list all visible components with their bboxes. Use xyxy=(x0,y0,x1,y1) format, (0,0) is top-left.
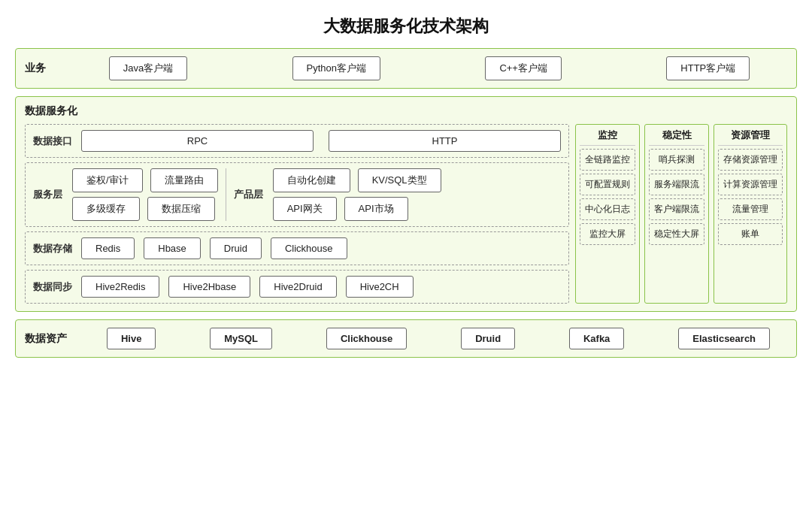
service-sub-row-2: 多级缓存 数据压缩 xyxy=(72,197,218,221)
auto-create-item: 自动化创建 xyxy=(273,168,350,192)
stability-item-3: 稳定性大屏 xyxy=(649,223,704,245)
hive2ch-item: Hive2CH xyxy=(346,276,414,298)
data-sync-label: 数据同步 xyxy=(33,280,72,294)
data-service-section: 数据服务化 数据接口 RPC HTTP 服务层 鉴权/审计 xyxy=(15,96,797,312)
resource-item-1: 计算资源管理 xyxy=(718,174,783,195)
ds-main: 数据接口 RPC HTTP 服务层 鉴权/审计 流量路由 xyxy=(25,124,787,304)
ds-left: 数据接口 RPC HTTP 服务层 鉴权/审计 流量路由 xyxy=(25,124,569,304)
data-interface-content: RPC HTTP xyxy=(81,130,561,152)
http-client: HTTP客户端 xyxy=(666,56,750,80)
hbase-item: Hbase xyxy=(144,237,201,259)
stability-item-0: 哨兵探测 xyxy=(649,149,704,171)
assets-boxes: Hive MySQL Clickhouse Druid Kafka Elasti… xyxy=(89,328,787,349)
clickhouse-item: Clickhouse xyxy=(271,237,347,259)
hive2hbase-item: Hive2Hbase xyxy=(168,276,250,298)
service-sub-row-1: 鉴权/审计 流量路由 xyxy=(72,168,218,192)
redis-item: Redis xyxy=(81,237,135,259)
service-layer-label: 服务层 xyxy=(33,188,65,201)
product-sub-row-1: 自动化创建 KV/SQL类型 xyxy=(273,168,441,192)
hive2redis-item: Hive2Redis xyxy=(81,276,159,298)
business-label: 业务 xyxy=(25,62,49,75)
hive-asset: Hive xyxy=(107,328,156,349)
druid-item: Druid xyxy=(210,237,262,259)
monitor-item-3: 监控大屏 xyxy=(580,223,635,245)
python-client: Python客户端 xyxy=(292,56,380,80)
monitor-title: 监控 xyxy=(580,129,635,146)
resource-item-3: 账单 xyxy=(718,223,783,245)
traffic-route-item: 流量路由 xyxy=(150,168,218,192)
rpc-http-row: RPC HTTP xyxy=(81,130,561,152)
ds-right: 监控 全链路监控 可配置规则 中心化日志 监控大屏 稳定性 哨兵探测 服务端限流… xyxy=(575,124,787,304)
kafka-asset: Kafka xyxy=(569,328,624,349)
monitor-item-1: 可配置规则 xyxy=(580,174,635,195)
data-assets-section: 数据资产 Hive MySQL Clickhouse Druid Kafka E… xyxy=(15,319,797,358)
java-client: Java客户端 xyxy=(109,56,187,80)
data-interface-row: 数据接口 RPC HTTP xyxy=(25,124,569,158)
product-sub-row-2: API网关 API市场 xyxy=(273,197,441,221)
client-boxes: Java客户端 Python客户端 C++客户端 HTTP客户端 xyxy=(71,56,787,80)
monitor-item-2: 中心化日志 xyxy=(580,198,635,220)
auth-item: 鉴权/审计 xyxy=(72,168,143,192)
api-market-item: API市场 xyxy=(344,197,408,221)
cpp-client: C++客户端 xyxy=(485,56,562,80)
stability-item-2: 客户端限流 xyxy=(649,198,704,220)
ds-title: 数据服务化 xyxy=(25,104,787,118)
druid-asset: Druid xyxy=(461,328,515,349)
kvsql-item: KV/SQL类型 xyxy=(358,168,441,192)
clickhouse-asset: Clickhouse xyxy=(326,328,407,349)
data-storage-label: 数据存储 xyxy=(33,242,72,256)
resource-title: 资源管理 xyxy=(718,129,783,146)
monitor-item-0: 全链路监控 xyxy=(580,149,635,171)
data-interface-label: 数据接口 xyxy=(33,135,72,148)
business-row: 业务 Java客户端 Python客户端 C++客户端 HTTP客户端 xyxy=(25,56,787,80)
data-storage-row: 数据存储 Redis Hbase Druid Clickhouse xyxy=(25,231,569,265)
data-sync-content: Hive2Redis Hive2Hbase Hive2Druid Hive2CH xyxy=(81,276,561,298)
data-compress-item: 数据压缩 xyxy=(147,197,215,221)
divider-vertical xyxy=(226,168,226,221)
stability-panel: 稳定性 哨兵探测 服务端限流 客户端限流 稳定性大屏 xyxy=(644,124,709,304)
page-title: 大数据服务化技术架构 xyxy=(15,8,797,48)
elasticsearch-asset: Elasticsearch xyxy=(678,328,770,349)
resource-item-2: 流量管理 xyxy=(718,198,783,220)
resource-item-0: 存储资源管理 xyxy=(718,149,783,171)
assets-label: 数据资产 xyxy=(25,332,67,346)
assets-row: 数据资产 Hive MySQL Clickhouse Druid Kafka E… xyxy=(25,328,787,349)
data-sync-row: 数据同步 Hive2Redis Hive2Hbase Hive2Druid Hi… xyxy=(25,270,569,304)
service-sub-group: 鉴权/审计 流量路由 多级缓存 数据压缩 xyxy=(72,168,218,221)
product-layer-label: 产品层 xyxy=(234,188,265,201)
hive2druid-item: Hive2Druid xyxy=(259,276,336,298)
rpc-box: RPC xyxy=(81,130,314,152)
multi-cache-item: 多级缓存 xyxy=(72,197,140,221)
stability-item-1: 服务端限流 xyxy=(649,174,704,195)
http-box: HTTP xyxy=(329,130,561,152)
resource-panel: 资源管理 存储资源管理 计算资源管理 流量管理 账单 xyxy=(714,124,787,304)
api-gateway-item: API网关 xyxy=(273,197,337,221)
monitor-panel: 监控 全链路监控 可配置规则 中心化日志 监控大屏 xyxy=(575,124,640,304)
business-section: 业务 Java客户端 Python客户端 C++客户端 HTTP客户端 xyxy=(15,48,797,89)
product-sub-group: 自动化创建 KV/SQL类型 API网关 API市场 xyxy=(273,168,441,221)
data-storage-content: Redis Hbase Druid Clickhouse xyxy=(81,237,561,259)
mysql-asset: MySQL xyxy=(210,328,272,349)
service-layer-row: 服务层 鉴权/审计 流量路由 多级缓存 数据压缩 产品层 自动化创建 xyxy=(25,162,569,227)
stability-title: 稳定性 xyxy=(649,129,704,146)
